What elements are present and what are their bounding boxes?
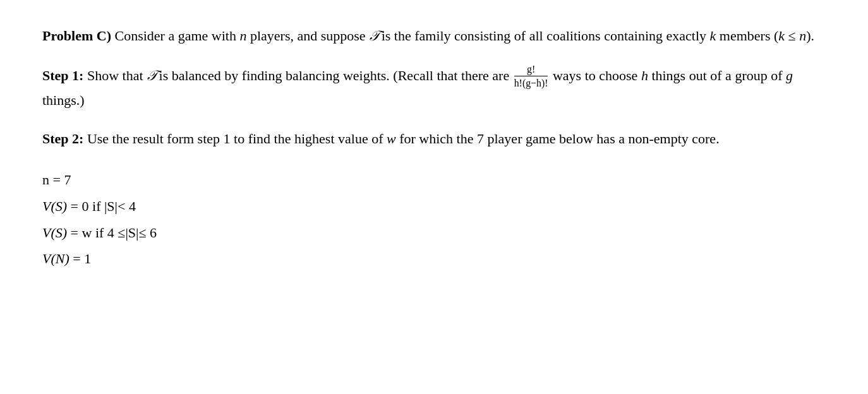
formula-n: n = 7 bbox=[42, 167, 817, 193]
var-k2: k bbox=[778, 28, 785, 44]
step2-text1: Use the result form step 1 to find the h… bbox=[83, 131, 387, 146]
vs1-cond: if |S|< 4 bbox=[89, 198, 136, 214]
step1-text2: is balanced by finding balancing weights… bbox=[155, 68, 513, 83]
problem-text4: members ( bbox=[716, 28, 778, 44]
step1-text5: things.) bbox=[42, 92, 85, 108]
problem-text1: Consider a game with bbox=[111, 28, 239, 44]
fraction-numerator: g! bbox=[514, 63, 548, 76]
problem-text3: is the family consisting of all coalitio… bbox=[378, 28, 709, 44]
step1-text1: Show that bbox=[83, 68, 147, 83]
problem-label: Problem C) bbox=[42, 28, 111, 44]
var-k1: k bbox=[710, 28, 716, 44]
vs1-mid: = 0 bbox=[67, 198, 88, 214]
vs2-mid: = w bbox=[67, 225, 92, 241]
problem-text5: ). bbox=[806, 28, 814, 44]
step1-label: Step 1: bbox=[42, 68, 83, 83]
step1-text4: things out of a group of bbox=[648, 68, 786, 83]
step1-var-T: 𝒯 bbox=[147, 68, 155, 83]
fraction: g!h!(g−h)! bbox=[514, 63, 548, 89]
step1-text3: ways to choose bbox=[549, 68, 641, 83]
fraction-denominator: h!(g−h)! bbox=[514, 76, 548, 89]
vs2-left: V(S) bbox=[42, 225, 67, 241]
vn-left: V(N) bbox=[42, 251, 69, 266]
var-n1: n bbox=[239, 28, 246, 44]
problem-text2: players, and suppose bbox=[246, 28, 369, 44]
step1-text: Step 1: Show that 𝒯 is balanced by findi… bbox=[42, 64, 817, 110]
var-n2: n bbox=[799, 28, 806, 44]
step1-var-g: g bbox=[786, 68, 793, 83]
problem-block: Problem C) Consider a game with n player… bbox=[42, 25, 817, 46]
problem-text: Problem C) Consider a game with n player… bbox=[42, 25, 817, 46]
formula-vn: V(N) = 1 bbox=[42, 246, 817, 272]
formula-vs2: V(S) = w if 4 ≤|S|≤ 6 bbox=[42, 220, 817, 246]
step2-block: Step 2: Use the result form step 1 to fi… bbox=[42, 128, 817, 149]
step2-text2: for which the 7 player game below has a … bbox=[396, 131, 720, 146]
step2-label: Step 2: bbox=[42, 131, 83, 146]
step1-block: Step 1: Show that 𝒯 is balanced by findi… bbox=[42, 64, 817, 110]
main-content: Problem C) Consider a game with n player… bbox=[0, 0, 868, 297]
formula-block: n = 7 V(S) = 0 if |S|< 4 V(S) = w if 4 ≤… bbox=[42, 167, 817, 272]
vs1-left: V(S) bbox=[42, 198, 67, 214]
le-symbol: ≤ bbox=[788, 28, 796, 44]
vn-mid: = 1 bbox=[69, 251, 91, 266]
step2-text: Step 2: Use the result form step 1 to fi… bbox=[42, 128, 817, 149]
formula-vs1: V(S) = 0 if |S|< 4 bbox=[42, 193, 817, 220]
var-T1: 𝒯 bbox=[369, 28, 378, 44]
vs2-cond: if 4 ≤|S|≤ 6 bbox=[92, 225, 157, 241]
step2-var-w: w bbox=[387, 131, 396, 146]
n-eq: n = 7 bbox=[42, 172, 71, 188]
step1-var-h: h bbox=[641, 68, 648, 83]
